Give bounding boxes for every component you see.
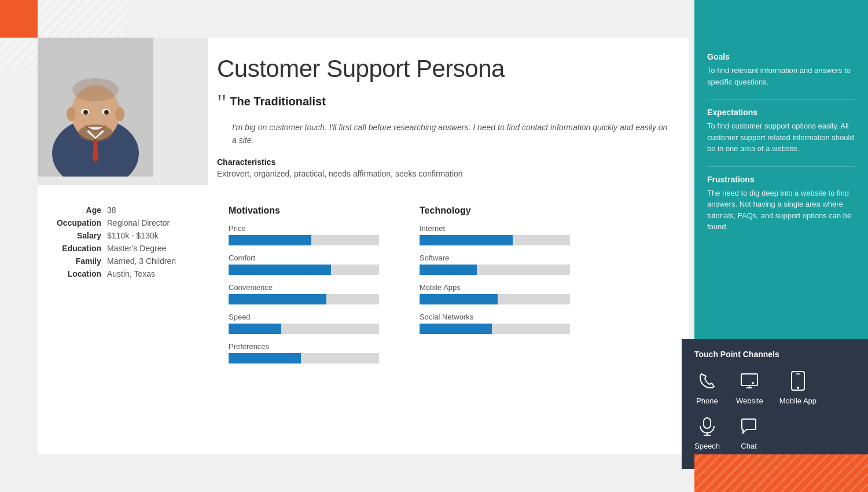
bio-label: Location <box>49 269 101 278</box>
bar-track <box>229 265 379 275</box>
persona-quote: I'm big on customer touch. I'll first ca… <box>217 121 671 147</box>
bar-track <box>229 294 379 304</box>
svg-point-7 <box>72 78 119 101</box>
bar-fill <box>229 294 326 304</box>
bio-label: Age <box>49 205 101 215</box>
bar-track <box>420 235 570 245</box>
bio-row: Age 38 <box>49 205 205 215</box>
chat-icon <box>736 413 762 439</box>
motivation-bar-row: Convenience <box>229 283 391 304</box>
main-card: Customer Support Persona " The Tradition… <box>38 38 689 454</box>
characteristics-text: Extrovert, organized, practical, needs a… <box>217 169 671 178</box>
motivation-bar-row: Preferences <box>229 342 391 364</box>
goals-text: To find relevant information and answers… <box>707 65 855 87</box>
channel-speech: Speech <box>694 413 720 450</box>
motivation-bar-row: Price <box>229 224 391 245</box>
mic-icon <box>694 413 720 439</box>
page-wrapper: Customer Support Persona " The Tradition… <box>0 0 868 492</box>
bar-label: Preferences <box>229 342 391 351</box>
bar-track <box>420 265 570 275</box>
channel-phone: Phone <box>694 368 720 405</box>
touch-icons-row-1: Phone Website <box>694 368 868 405</box>
bar-fill <box>229 235 311 245</box>
technology-bar-row: Social Networks <box>420 313 593 334</box>
expectations-text: To find customer support options easily.… <box>707 120 855 155</box>
bio-label: Family <box>49 256 101 266</box>
bio-row: Family Married, 3 Children <box>49 256 205 266</box>
motivation-bar-row: Comfort <box>229 254 391 275</box>
persona-photo <box>38 38 153 177</box>
bio-value: Regional Director <box>107 218 170 227</box>
bar-fill <box>229 265 331 275</box>
bio-row: Location Austin, Texas <box>49 269 205 278</box>
channel-speech-label: Speech <box>694 442 720 450</box>
svg-rect-24 <box>704 418 711 428</box>
bar-label: Mobile Apps <box>420 283 593 292</box>
technology-section: Technology Internet Software Mobile Apps… <box>420 205 593 342</box>
bio-value: 38 <box>107 205 116 215</box>
orange-bottom-accent <box>694 454 868 492</box>
bar-fill <box>420 324 492 334</box>
motivations-heading: Motivations <box>229 205 391 216</box>
bar-label: Social Networks <box>420 313 593 321</box>
bar-fill <box>229 324 281 334</box>
bar-track <box>229 235 379 245</box>
bar-label: Speed <box>229 313 391 321</box>
sidebar-divider-1 <box>707 99 855 100</box>
motivations-section: Motivations Price Comfort Convenience Sp… <box>229 205 391 372</box>
svg-point-14 <box>104 119 117 128</box>
channel-mobile-app-label: Mobile App <box>779 396 816 405</box>
bio-row: Occupation Regional Director <box>49 218 205 227</box>
motivation-bar-row: Speed <box>229 313 391 334</box>
touch-point-section: Touch Point Channels Phone <box>682 339 868 469</box>
right-sidebar: Goals To find relevant information and a… <box>694 38 868 454</box>
persona-name-block: " The Traditionalist <box>217 93 671 114</box>
orange-block-topleft <box>0 0 38 38</box>
monitor-icon <box>737 368 762 394</box>
bio-value: $110k - $130k <box>107 231 159 240</box>
bar-label: Convenience <box>229 283 391 292</box>
channel-website: Website <box>736 368 763 405</box>
frustrations-heading: Frustrations <box>707 175 855 184</box>
bar-label: Comfort <box>229 254 391 262</box>
svg-point-20 <box>752 382 754 384</box>
channel-website-label: Website <box>736 396 763 405</box>
frustrations-section: Frustrations The need to dig deep into a… <box>707 175 855 233</box>
bar-fill <box>229 353 301 364</box>
bio-value: Austin, Texas <box>107 269 155 278</box>
touch-icons-row-2: Speech Chat <box>694 413 868 450</box>
channel-phone-label: Phone <box>696 396 718 405</box>
photo-area <box>38 38 208 185</box>
svg-point-12 <box>104 110 109 115</box>
svg-point-22 <box>797 387 799 389</box>
bar-track <box>229 324 379 334</box>
bio-label: Salary <box>49 231 101 240</box>
goals-section: Goals To find relevant information and a… <box>707 52 855 87</box>
bar-label: Internet <box>420 224 593 233</box>
content-area: Customer Support Persona " The Tradition… <box>217 55 671 178</box>
bio-label: Education <box>49 244 101 253</box>
svg-point-13 <box>73 119 87 128</box>
teal-top-accent <box>694 0 868 38</box>
page-title: Customer Support Persona <box>217 55 671 83</box>
expectations-section: Expectations To find customer support op… <box>707 108 855 155</box>
svg-point-11 <box>83 110 88 115</box>
goals-heading: Goals <box>707 52 855 61</box>
persona-name: The Traditionalist <box>230 93 326 109</box>
channel-mobile-app: Mobile App <box>779 368 816 405</box>
technology-bar-row: Software <box>420 254 593 275</box>
expectations-heading: Expectations <box>707 108 855 117</box>
bio-value: Master's Degree <box>107 244 166 253</box>
bar-label: Software <box>420 254 593 262</box>
bar-track <box>420 294 570 304</box>
channel-chat: Chat <box>736 413 762 450</box>
technology-bar-row: Internet <box>420 224 593 245</box>
technology-bar-row: Mobile Apps <box>420 283 593 304</box>
channel-chat-label: Chat <box>741 442 756 450</box>
bio-value: Married, 3 Children <box>107 256 176 266</box>
frustrations-text: The need to dig deep into a website to f… <box>707 188 855 233</box>
bar-fill <box>420 265 477 275</box>
characteristics-label: Characteristics <box>217 157 671 167</box>
svg-rect-17 <box>741 374 757 385</box>
bar-fill <box>420 235 513 245</box>
